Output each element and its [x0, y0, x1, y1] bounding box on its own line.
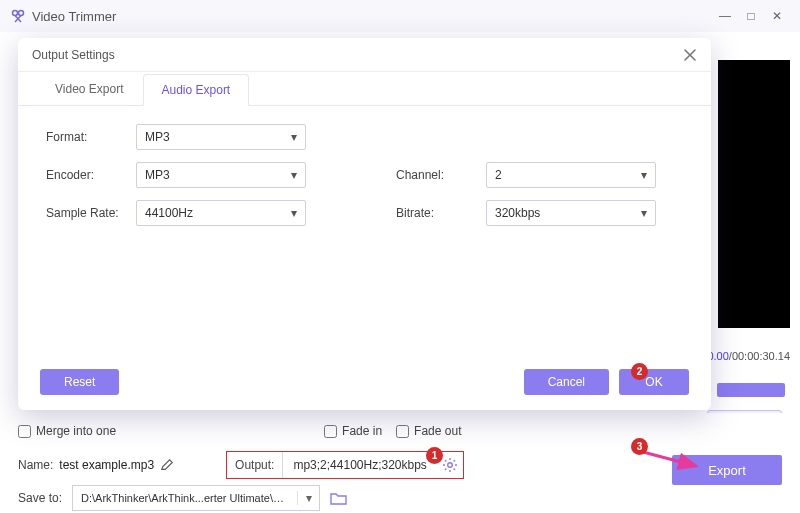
chevron-down-icon: ▾: [283, 206, 305, 220]
open-folder-icon[interactable]: [330, 490, 348, 506]
timeline-segment[interactable]: [717, 383, 785, 397]
format-select[interactable]: MP3▾: [136, 124, 306, 150]
output-settings-dialog: Output Settings Video Export Audio Expor…: [18, 38, 711, 410]
app-logo-icon: [10, 8, 26, 24]
annotation-3: 3: [631, 438, 648, 455]
video-preview: [718, 60, 790, 328]
svg-point-0: [13, 11, 18, 16]
channel-select[interactable]: 2▾: [486, 162, 656, 188]
close-window-button[interactable]: ✕: [764, 4, 790, 28]
svg-point-2: [448, 463, 453, 468]
dialog-title: Output Settings: [32, 48, 683, 62]
chevron-down-icon: ▾: [297, 491, 319, 505]
chevron-down-icon: ▾: [283, 130, 305, 144]
channel-label: Channel:: [396, 168, 486, 182]
time-total: /00:00:30.14: [729, 350, 790, 362]
tab-audio-export[interactable]: Audio Export: [143, 74, 250, 106]
bitrate-select[interactable]: 320kbps▾: [486, 200, 656, 226]
bitrate-label: Bitrate:: [396, 206, 486, 220]
output-value: mp3;2;44100Hz;320kbps: [283, 452, 436, 478]
export-tabs: Video Export Audio Export: [18, 72, 711, 106]
cancel-button[interactable]: Cancel: [524, 369, 609, 395]
format-label: Format:: [46, 130, 136, 144]
annotation-2: 2: [631, 363, 648, 380]
ok-button[interactable]: OK: [619, 369, 689, 395]
tab-video-export[interactable]: Video Export: [36, 73, 143, 105]
reset-button[interactable]: Reset: [40, 369, 119, 395]
fade-out-checkbox[interactable]: Fade out: [396, 424, 461, 438]
edit-name-icon[interactable]: [160, 458, 174, 472]
maximize-button[interactable]: □: [738, 4, 764, 28]
chevron-down-icon: ▾: [283, 168, 305, 182]
close-dialog-icon[interactable]: [683, 48, 697, 62]
app-title: Video Trimmer: [32, 9, 116, 24]
output-label: Output:: [227, 452, 283, 478]
playback-time: 0.00/00:00:30.14: [707, 350, 790, 362]
fade-in-checkbox[interactable]: Fade in: [324, 424, 382, 438]
chevron-down-icon: ▾: [633, 168, 655, 182]
sample-rate-label: Sample Rate:: [46, 206, 136, 220]
encoder-select[interactable]: MP3▾: [136, 162, 306, 188]
minimize-button[interactable]: —: [712, 4, 738, 28]
name-label: Name:: [18, 458, 53, 472]
chevron-down-icon: ▾: [633, 206, 655, 220]
svg-line-3: [643, 452, 696, 466]
titlebar: Video Trimmer — □ ✕: [0, 0, 800, 32]
annotation-arrow-icon: [640, 446, 710, 476]
svg-point-1: [19, 11, 24, 16]
sample-rate-select[interactable]: 44100Hz▾: [136, 200, 306, 226]
save-to-label: Save to:: [18, 491, 62, 505]
annotation-1: 1: [426, 447, 443, 464]
name-value: test example.mp3: [59, 458, 154, 472]
encoder-label: Encoder:: [46, 168, 136, 182]
merge-into-one-checkbox[interactable]: Merge into one: [18, 424, 116, 438]
save-to-path-select[interactable]: D:\ArkThinker\ArkThink...erter Ultimate\…: [72, 485, 320, 511]
